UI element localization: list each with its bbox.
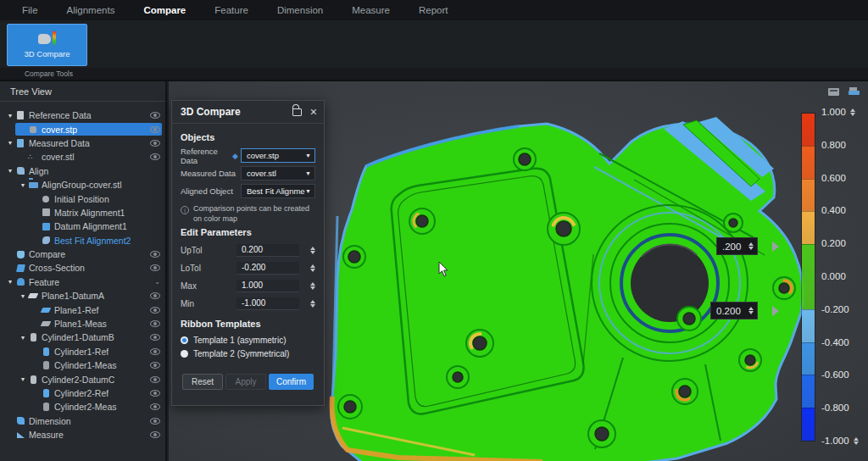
- tree-item-cylinder2-meas[interactable]: Cylinder2-Meas: [0, 400, 165, 414]
- caret-down-icon[interactable]: ▼: [18, 376, 28, 382]
- param-spinner[interactable]: [310, 247, 315, 254]
- viewport-screen-button[interactable]: [826, 85, 841, 98]
- tree-item-plane1-ref[interactable]: Plane1-Ref: [0, 303, 165, 316]
- spinner-up-icon[interactable]: [310, 282, 315, 286]
- menu-item-feature[interactable]: Feature: [214, 5, 248, 15]
- spinner-down-icon[interactable]: [850, 113, 855, 116]
- visibility-eye-icon[interactable]: [150, 153, 160, 160]
- tree-item-aligngroup-cover-stl[interactable]: ▼AlignGroup-cover.stl: [0, 178, 165, 192]
- tree-item-cylinder2-ref[interactable]: Cylinder2-Ref: [0, 386, 165, 400]
- template-option-2[interactable]: Template 2 (Symmetrical): [181, 347, 315, 360]
- visibility-eye-icon[interactable]: [150, 376, 160, 383]
- tree-item-measure[interactable]: Measure: [0, 428, 165, 442]
- spinner-down-icon[interactable]: [310, 251, 315, 254]
- visibility-eye-icon[interactable]: [150, 418, 160, 425]
- apply-button[interactable]: Apply: [225, 374, 266, 390]
- tree-item-cross-section[interactable]: Cross-Section: [0, 261, 165, 275]
- spinner-down-icon[interactable]: [310, 269, 315, 272]
- menu-item-dimension[interactable]: Dimension: [277, 5, 323, 15]
- tree-item-plane1-datuma[interactable]: ▼Plane1-DatumA: [0, 289, 165, 303]
- param-spinner[interactable]: [310, 300, 315, 308]
- menu-item-file[interactable]: File: [22, 5, 38, 15]
- tree-item-plane1-meas[interactable]: Plane1-Meas: [0, 317, 165, 330]
- visibility-eye-icon[interactable]: [150, 251, 160, 258]
- visibility-eye-icon[interactable]: [150, 140, 160, 147]
- viewport-print-button[interactable]: [846, 85, 861, 98]
- caret-down-icon[interactable]: ▼: [18, 182, 28, 188]
- tree-item-align[interactable]: ▼Align: [0, 164, 165, 178]
- spinner-down-icon[interactable]: [310, 286, 315, 290]
- tree-item-dimension[interactable]: Dimension: [0, 414, 165, 428]
- scale-limit-spinner[interactable]: [854, 437, 859, 445]
- spinner-up-icon[interactable]: [310, 247, 315, 250]
- tree-item-cylinder1-meas[interactable]: Cylinder1-Meas: [0, 358, 165, 372]
- visibility-eye-icon[interactable]: [150, 390, 160, 397]
- menu-item-measure[interactable]: Measure: [352, 5, 390, 15]
- tree-item-best-fit-alignment2[interactable]: Best Fit Alignment2: [0, 234, 165, 247]
- tree-item-cover-stp[interactable]: cover.stp: [0, 122, 165, 136]
- tree-item-initial-position[interactable]: Initial Position: [0, 192, 165, 205]
- spinner-up-icon[interactable]: [310, 300, 315, 303]
- lotol-marker-badge[interactable]: 0.200: [710, 302, 758, 319]
- scale-limit-spinner[interactable]: [850, 108, 855, 116]
- radio-icon[interactable]: [181, 350, 188, 358]
- uptol-input[interactable]: 0.200: [236, 244, 299, 257]
- spinner-down-icon[interactable]: [310, 304, 315, 308]
- caret-down-icon[interactable]: ▼: [5, 168, 15, 174]
- uptol-marker-spinner[interactable]: [748, 242, 754, 250]
- spinner-up-icon[interactable]: [310, 264, 315, 268]
- tree-item-measured-data[interactable]: ▼Measured Data: [0, 136, 165, 150]
- radio-selected-icon[interactable]: [181, 336, 188, 344]
- template-option-1[interactable]: Template 1 (asymmetric): [181, 333, 315, 347]
- visibility-eye-icon[interactable]: [150, 292, 160, 299]
- tree-item-cover-stl[interactable]: cover.stl: [0, 150, 165, 164]
- visibility-eye-icon[interactable]: [150, 403, 160, 410]
- spinner-up-icon[interactable]: [850, 108, 855, 112]
- dropdown-arrow-icon: ▼: [305, 170, 311, 176]
- caret-down-icon[interactable]: ▼: [5, 279, 15, 285]
- caret-down-icon[interactable]: ▼: [18, 293, 28, 299]
- min-input[interactable]: -1.000: [236, 297, 299, 310]
- param-spinner[interactable]: [310, 264, 315, 272]
- caret-down-icon[interactable]: ▼: [18, 335, 28, 341]
- lotol-marker-spinner[interactable]: [748, 307, 754, 314]
- menu-item-report[interactable]: Report: [419, 5, 448, 15]
- unlock-icon[interactable]: [292, 108, 302, 116]
- caret-down-icon[interactable]: ▼: [5, 113, 15, 119]
- caret-down-icon[interactable]: ▼: [5, 140, 15, 146]
- visibility-eye-icon[interactable]: [150, 264, 160, 271]
- lotol-input[interactable]: -0.200: [236, 262, 299, 275]
- dialog-header[interactable]: 3D Compare ×: [172, 101, 324, 124]
- reference-data-dropdown[interactable]: cover.stp▼: [241, 148, 315, 163]
- chevron-down-icon[interactable]: ⌄: [154, 278, 160, 286]
- 3d-compare-tool-button[interactable]: 3D Compare: [7, 24, 87, 66]
- tree-item-reference-data[interactable]: ▼Reference Data: [0, 108, 165, 122]
- close-icon[interactable]: ×: [310, 106, 317, 118]
- tree-item-compare[interactable]: Compare: [0, 247, 165, 261]
- menu-item-alignments[interactable]: Alignments: [67, 5, 115, 15]
- visibility-eye-icon[interactable]: [150, 307, 160, 314]
- tree-item-feature[interactable]: ▼Feature⌄: [0, 275, 165, 289]
- reset-button[interactable]: Reset: [182, 374, 223, 390]
- visibility-eye-icon[interactable]: [150, 348, 160, 355]
- visibility-eye-icon[interactable]: [150, 334, 160, 341]
- tree-item-datum-alignment1[interactable]: Datum Alignment1: [0, 219, 165, 233]
- tree-item-cylinder2-datumc[interactable]: ▼Cylinder2-DatumC: [0, 372, 165, 386]
- max-input[interactable]: 1.000: [236, 280, 299, 292]
- param-spinner[interactable]: [310, 282, 315, 290]
- confirm-button[interactable]: Confirm: [269, 374, 314, 390]
- spinner-down-icon[interactable]: [854, 442, 859, 445]
- menu-item-compare[interactable]: Compare: [143, 5, 186, 15]
- spinner-up-icon[interactable]: [854, 437, 859, 441]
- tree-item-matrix-alignment1[interactable]: Matrix Alignment1: [0, 206, 165, 219]
- uptol-marker-badge[interactable]: .200: [716, 237, 758, 255]
- tree-item-cylinder1-ref[interactable]: Cylinder1-Ref: [0, 345, 165, 358]
- visibility-eye-icon[interactable]: [150, 112, 160, 119]
- visibility-eye-icon[interactable]: [150, 126, 160, 133]
- visibility-eye-icon[interactable]: [150, 320, 160, 327]
- aligned-object-dropdown[interactable]: Best Fit Alignme▼: [241, 184, 315, 198]
- measured-data-dropdown[interactable]: cover.stl▼: [241, 166, 315, 181]
- tree-item-cylinder1-datumb[interactable]: ▼Cylinder1-DatumB: [0, 330, 165, 344]
- visibility-eye-icon[interactable]: [150, 362, 160, 369]
- visibility-eye-icon[interactable]: [150, 431, 160, 438]
